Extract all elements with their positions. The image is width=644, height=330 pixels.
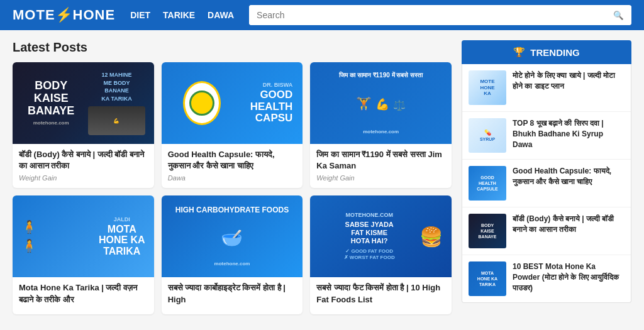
post-info-4: Mota Hone Ka Tarika | जल्दी वज़न बढाने क…: [13, 277, 154, 314]
post-category-1: Weight Gain: [19, 174, 148, 182]
header: MOTE⚡HONE DIET TARIKE DAWA 🔍: [0, 0, 644, 30]
post-card-6[interactable]: MOTEHONE.COM SABSE JYADAFAT KISMEHOTA HA…: [310, 195, 452, 314]
trending-list: MOTEHONEKA मोटे होने के लिए क्या खाये | …: [462, 64, 631, 303]
trending-text-2: TOP 8 भूख बढ़ाने की सिरप दवा | Bhukh Bad…: [513, 118, 625, 150]
trending-item-1[interactable]: MOTEHONEKA मोटे होने के लिए क्या खाये | …: [462, 64, 631, 112]
trending-header: 🏆 TRENDING: [462, 40, 631, 64]
trending-text-3: Good Health Capsule: फायदे, नुकसान और कै…: [513, 166, 625, 187]
post-info-6: सबसे ज्यादा फैट किसमें होता है | 10 High…: [310, 277, 452, 314]
trending-thumb-5: MOTAHONE KATARIKA: [469, 261, 506, 296]
trending-text-1: मोटे होने के लिए क्या खाये | जल्दी मोटा …: [513, 70, 625, 92]
section-title: Latest Posts: [13, 40, 452, 55]
post-thumb-1: BODYKAISEBANAYE motehone.com 12 MAHINE M…: [13, 62, 154, 144]
post-category-3: Weight Gain: [316, 174, 445, 182]
search-container: 🔍: [249, 5, 631, 25]
posts-section: Latest Posts BODYKAISEBANAYE motehone.co…: [13, 40, 452, 314]
trending-thumb-2: 💊SYRUP: [469, 118, 506, 153]
post-thumb-4: 🧍 🧍 JALDI MOTAHONE KATARIKA: [13, 195, 154, 277]
post-info-5: सबसे ज्यादा कार्बोहाइड्रेट किसमें होता ह…: [162, 277, 303, 314]
post-info-3: जिम का सामान ₹1190 में सबसे सस्ता Jim Ka…: [310, 144, 452, 188]
logo-arrow: ⚡: [55, 7, 73, 23]
post-thumb-5: HIGH CARBOHYDRATE FOODS 🥣 motehone.com: [162, 195, 303, 277]
post-title-4: Mota Hone Ka Tarika | जल्दी वज़न बढाने क…: [19, 282, 148, 305]
logo-text-mote: MOTE: [13, 7, 55, 23]
post-title-5: सबसे ज्यादा कार्बोहाइड्रेट किसमें होता ह…: [168, 282, 297, 305]
trending-text-5: 10 BEST Mota Hone Ka Powder (मोटा होने क…: [513, 261, 625, 293]
post-title-1: बॉडी (Body) कैसे बनाये | जल्दी बॉडी बनान…: [19, 149, 148, 172]
nav-links: DIET TARIKE DAWA: [130, 10, 234, 20]
nav-tarike[interactable]: TARIKE: [163, 10, 195, 20]
trending-text-4: बॉडी (Body) कैसे बनाये | जल्दी बॉडी बनान…: [513, 214, 625, 235]
posts-grid: BODYKAISEBANAYE motehone.com 12 MAHINE M…: [13, 62, 452, 314]
post-card-4[interactable]: 🧍 🧍 JALDI MOTAHONE KATARIKA Mota Hone Ka…: [13, 195, 154, 314]
post-info-1: बॉडी (Body) कैसे बनाये | जल्दी बॉडी बनान…: [13, 144, 154, 188]
trophy-icon: 🏆: [513, 47, 525, 58]
post-thumb-3: जिम का सामान ₹1190 में सबसे सस्ता 🏋️ 💪 ⚖…: [310, 62, 452, 144]
post-card-1[interactable]: BODYKAISEBANAYE motehone.com 12 MAHINE M…: [13, 62, 154, 188]
nav-dawa[interactable]: DAWA: [208, 10, 234, 20]
logo-text-hone: HONE: [73, 7, 116, 23]
sidebar: 🏆 TRENDING MOTEHONEKA मोटे होने के लिए क…: [462, 40, 631, 314]
logo[interactable]: MOTE⚡HONE: [13, 7, 115, 23]
post-card-5[interactable]: HIGH CARBOHYDRATE FOODS 🥣 motehone.com स…: [162, 195, 303, 314]
post-category-2: Dawa: [168, 174, 297, 182]
search-button[interactable]: 🔍: [606, 6, 631, 25]
trending-item-3[interactable]: GOODHEALTHCAPSULE Good Health Capsule: फ…: [462, 160, 631, 207]
post-thumb-2: DR. BISWA GOODHEALTHCAPSU: [162, 62, 303, 144]
trending-item-5[interactable]: MOTAHONE KATARIKA 10 BEST Mota Hone Ka P…: [462, 255, 631, 302]
trending-item-4[interactable]: BODYKAISEBANAYE बॉडी (Body) कैसे बनाये |…: [462, 207, 631, 255]
post-card-2[interactable]: DR. BISWA GOODHEALTHCAPSU Good Health Ca…: [162, 62, 303, 188]
main-content: Latest Posts BODYKAISEBANAYE motehone.co…: [0, 30, 644, 324]
post-card-3[interactable]: जिम का सामान ₹1190 में सबसे सस्ता 🏋️ 💪 ⚖…: [310, 62, 452, 188]
nav-diet[interactable]: DIET: [130, 10, 150, 20]
trending-item-2[interactable]: 💊SYRUP TOP 8 भूख बढ़ाने की सिरप दवा | Bh…: [462, 112, 631, 160]
trending-thumb-1: MOTEHONEKA: [469, 70, 506, 105]
trending-thumb-3: GOODHEALTHCAPSULE: [469, 166, 506, 201]
trending-thumb-4: BODYKAISEBANAYE: [469, 214, 506, 248]
post-title-2: Good Health Capsule: फायदे, नुकसान और कै…: [168, 149, 297, 172]
post-info-2: Good Health Capsule: फायदे, नुकसान और कै…: [162, 144, 303, 188]
search-input[interactable]: [249, 5, 606, 25]
post-title-3: जिम का सामान ₹1190 में सबसे सस्ता Jim Ka…: [316, 149, 445, 172]
post-title-6: सबसे ज्यादा फैट किसमें होता है | 10 High…: [316, 282, 445, 305]
post-thumb-6: MOTEHONE.COM SABSE JYADAFAT KISMEHOTA HA…: [310, 195, 452, 277]
trending-label: TRENDING: [530, 47, 579, 58]
